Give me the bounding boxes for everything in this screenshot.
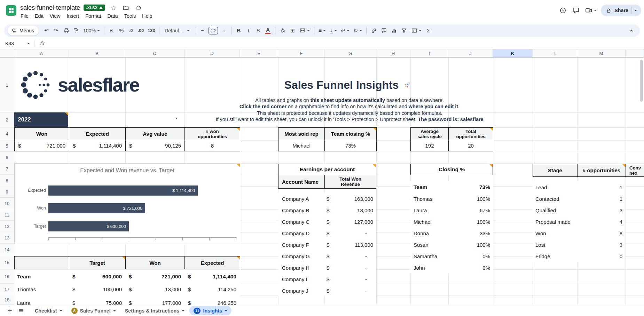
select-all-corner[interactable] bbox=[0, 49, 14, 58]
closing-row[interactable]: Susan100% bbox=[410, 239, 493, 250]
insert-chart-button[interactable] bbox=[389, 26, 399, 35]
name-box[interactable]: K33 bbox=[0, 41, 34, 46]
value-cell[interactable]: 8 bbox=[185, 140, 240, 151]
meet-dropdown-icon[interactable] bbox=[594, 10, 597, 11]
print-button[interactable] bbox=[61, 26, 71, 35]
cloud-status-icon[interactable] bbox=[134, 3, 143, 12]
value-cell[interactable]: Michael bbox=[278, 140, 325, 151]
menu-tools[interactable]: Tools bbox=[121, 12, 139, 20]
percent-format-button[interactable]: % bbox=[117, 26, 126, 35]
header-cell[interactable]: Stage bbox=[533, 164, 578, 177]
column-header-J[interactable]: J bbox=[448, 49, 493, 58]
earnings-row[interactable]: Company F$113,000 bbox=[278, 239, 376, 250]
row-header-7[interactable]: 7 bbox=[0, 163, 14, 175]
create-filter-button[interactable] bbox=[399, 26, 409, 35]
row-header-12[interactable]: 12 bbox=[0, 221, 14, 232]
text-color-button[interactable]: A bbox=[263, 26, 273, 35]
tab-menu-icon[interactable] bbox=[182, 310, 184, 311]
redo-button[interactable]: ↷ bbox=[52, 26, 61, 35]
column-header-F[interactable]: F bbox=[278, 49, 324, 58]
chart-bar[interactable]: $ 721,000 bbox=[48, 203, 145, 213]
decrease-decimal-button[interactable]: .0 bbox=[126, 26, 136, 35]
earnings-row[interactable]: Company H$- bbox=[278, 262, 376, 273]
tab-menu-icon[interactable] bbox=[113, 310, 116, 311]
column-header-E[interactable]: E bbox=[240, 49, 278, 58]
header-cell[interactable]: Team closing % bbox=[325, 128, 377, 140]
tab-menu-icon[interactable] bbox=[225, 310, 227, 311]
closing-table-title[interactable]: Closing % bbox=[410, 164, 493, 175]
text-wrap-button[interactable]: ↩ bbox=[339, 26, 351, 35]
row-header-17[interactable]: 17 bbox=[0, 284, 14, 295]
value-cell[interactable]: 20 bbox=[449, 140, 493, 151]
stage-row[interactable]: Lost3 bbox=[533, 239, 626, 250]
header-cell[interactable]: Convnex bbox=[626, 164, 644, 177]
version-history-icon[interactable] bbox=[558, 6, 567, 15]
column-header-A[interactable]: A bbox=[14, 49, 69, 58]
header-cell[interactable]: Expected bbox=[69, 128, 126, 140]
undo-button[interactable]: ↶ bbox=[42, 26, 51, 35]
stage-row[interactable]: Qualified3 bbox=[533, 204, 626, 216]
stage-row[interactable]: Proposal made4 bbox=[533, 216, 626, 227]
column-header-C[interactable]: C bbox=[125, 49, 184, 58]
italic-button[interactable]: I bbox=[244, 26, 253, 35]
collapse-toolbar-button[interactable] bbox=[627, 26, 636, 35]
text-rotation-button[interactable]: ↻ bbox=[352, 26, 364, 35]
header-cell[interactable]: Target bbox=[69, 256, 126, 269]
closing-row[interactable]: Team73% bbox=[410, 181, 493, 193]
functions-button[interactable]: Σ bbox=[424, 26, 433, 35]
value-cell[interactable]: 192 bbox=[411, 140, 449, 151]
closing-row[interactable]: Samantha0% bbox=[410, 250, 493, 262]
chart-bar[interactable]: $ 600,000 bbox=[48, 221, 129, 231]
closing-row[interactable]: Michael100% bbox=[410, 216, 493, 227]
menu-view[interactable]: View bbox=[47, 12, 64, 20]
menu-edit[interactable]: Edit bbox=[32, 12, 47, 20]
row-header-4[interactable]: 4 bbox=[0, 127, 14, 140]
closing-row[interactable]: Donna33% bbox=[410, 227, 493, 239]
sheets-home-icon[interactable] bbox=[6, 5, 16, 16]
menu-format[interactable]: Format bbox=[82, 12, 104, 20]
menu-insert[interactable]: Insert bbox=[63, 12, 82, 20]
value-cell[interactable]: 73% bbox=[325, 140, 377, 151]
move-folder-icon[interactable] bbox=[121, 3, 130, 12]
revenue-chart[interactable]: Expected and Won revenue vs. Target Expe… bbox=[14, 164, 240, 244]
merge-cells-button[interactable] bbox=[298, 26, 312, 35]
menu-help[interactable]: Help bbox=[139, 12, 155, 20]
stage-row[interactable]: Won8 bbox=[533, 227, 626, 239]
year-selector[interactable]: 2022 bbox=[14, 112, 68, 127]
row-header-11[interactable]: 11 bbox=[0, 209, 14, 221]
target-row[interactable]: Team$600,000$721,000$1,114,400 bbox=[14, 269, 240, 284]
row-header-2[interactable]: 2 bbox=[0, 112, 14, 127]
earnings-row[interactable]: Company I$- bbox=[278, 273, 376, 285]
all-sheets-button[interactable] bbox=[16, 306, 26, 316]
row-header-6[interactable]: 6 bbox=[0, 152, 14, 163]
earnings-row[interactable]: Company J$- bbox=[278, 285, 376, 296]
horizontal-align-button[interactable]: ≡ bbox=[317, 26, 328, 35]
earnings-row[interactable]: Company C$127,000 bbox=[278, 216, 376, 227]
earnings-row[interactable]: Company D$- bbox=[278, 227, 376, 239]
closing-row[interactable]: Thomas100% bbox=[410, 193, 493, 204]
stage-row[interactable]: Fridge0 bbox=[533, 250, 626, 262]
value-cell[interactable]: $721,000 bbox=[15, 140, 69, 151]
header-cell[interactable]: Avg value bbox=[126, 128, 185, 140]
header-cell[interactable]: # wonopportunities bbox=[185, 128, 240, 140]
column-header-K[interactable]: K bbox=[493, 49, 533, 58]
borders-button[interactable]: ⊞ bbox=[288, 26, 297, 35]
row-header-1[interactable]: 1 bbox=[0, 58, 14, 112]
header-cell[interactable]: Won bbox=[15, 128, 69, 140]
chart-bar[interactable]: $ 1,114,400 bbox=[48, 185, 198, 196]
meet-button[interactable] bbox=[585, 7, 597, 14]
font-selector[interactable]: Defaul... bbox=[162, 26, 193, 35]
row-header-14[interactable]: 14 bbox=[0, 244, 14, 256]
column-header-I[interactable]: I bbox=[410, 49, 448, 58]
share-dropdown-icon[interactable] bbox=[634, 10, 637, 11]
column-header-B[interactable]: B bbox=[69, 49, 125, 58]
stage-row[interactable]: Lead1 bbox=[533, 181, 626, 193]
paint-format-button[interactable] bbox=[71, 26, 81, 35]
currency-format-button[interactable]: £ bbox=[107, 26, 116, 35]
bold-button[interactable]: B bbox=[234, 26, 243, 35]
header-cell[interactable]: Averagesales cycle bbox=[411, 128, 449, 140]
header-cell[interactable] bbox=[15, 256, 69, 269]
zoom-selector[interactable]: 100% bbox=[81, 26, 102, 35]
header-cell[interactable]: Most sold rep bbox=[278, 128, 325, 140]
more-formats-button[interactable]: 123 bbox=[146, 26, 157, 35]
